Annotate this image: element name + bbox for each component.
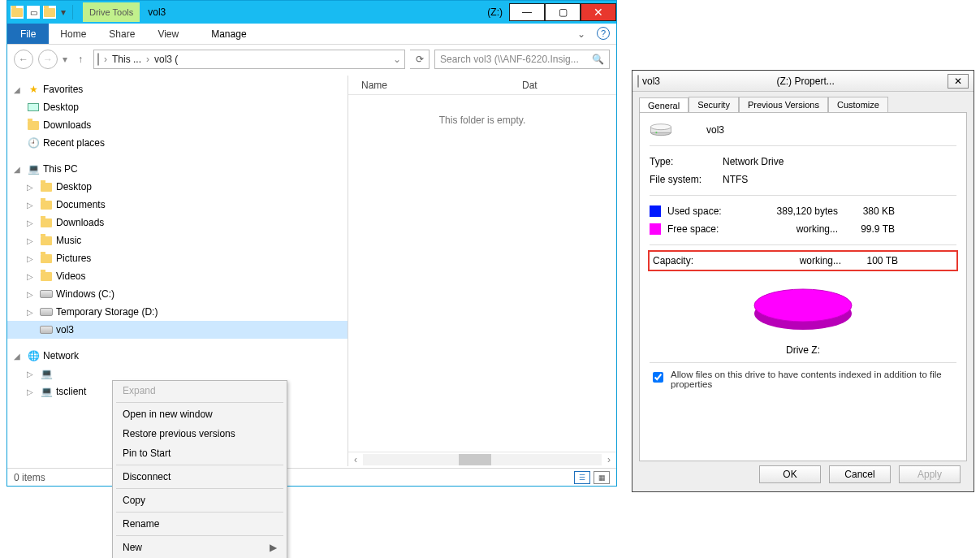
file-list-pane: Name Dat This folder is empty. ‹ › [348, 76, 616, 466]
file-explorer-window: ▭ ▾ Drive Tools vol3 (Z:) — ▢ ✕ File Hom… [6, 0, 617, 487]
ctx-rename[interactable]: Rename [113, 514, 287, 534]
col-name[interactable]: Name [348, 80, 509, 91]
address-bar[interactable]: › This ... › vol3 ( ⌄ [93, 50, 405, 69]
pc-icon: 💻 [27, 162, 40, 175]
tree-downloads[interactable]: Downloads [43, 119, 91, 131]
capacity-row: Capacity: working... 100 TB [650, 252, 956, 270]
tree-pc-desktop[interactable]: Desktop [56, 181, 92, 192]
maximize-button[interactable]: ▢ [545, 3, 581, 21]
up-button[interactable]: ↑ [72, 54, 89, 65]
used-human: 380 KB [838, 205, 895, 217]
share-tab[interactable]: Share [97, 24, 146, 44]
tab-security[interactable]: Security [689, 97, 739, 112]
props-titlebar: vol3 (Z:) Propert... ✕ [632, 71, 974, 92]
window-title: vol3 [148, 6, 166, 18]
col-date[interactable]: Dat [509, 80, 550, 91]
drive-tools-contextual-tab[interactable]: Drive Tools [83, 2, 140, 22]
ctx-copy[interactable]: Copy [113, 491, 287, 510]
tree-ddrive[interactable]: Temporary Storage (D:) [56, 306, 158, 318]
details-view-button[interactable]: ☰ [574, 471, 590, 484]
props-volume-name[interactable]: vol3 [706, 124, 724, 136]
tree-favorites[interactable]: Favorites [43, 84, 83, 95]
explorer-titlebar: ▭ ▾ Drive Tools vol3 (Z:) — ▢ ✕ [7, 1, 616, 24]
ok-button[interactable]: OK [759, 465, 821, 483]
indexing-checkbox-row[interactable]: Allow files on this drive to have conten… [650, 370, 956, 389]
drive-icon [40, 288, 53, 301]
used-bytes: 389,120 bytes [749, 205, 838, 217]
props-close-button[interactable]: ✕ [948, 74, 969, 89]
ctx-disconnect[interactable]: Disconnect [113, 467, 287, 487]
tab-customize[interactable]: Customize [828, 97, 888, 112]
properties-dialog: vol3 (Z:) Propert... ✕ General Security … [632, 70, 974, 492]
network-drive-icon [40, 323, 53, 336]
qat-dropdown-icon[interactable]: ▾ [59, 6, 67, 18]
scroll-left-icon[interactable]: ‹ [348, 454, 363, 465]
tree-tsclient[interactable]: tsclient [56, 386, 86, 397]
new-folder-qat-icon[interactable] [43, 6, 56, 19]
column-headers[interactable]: Name Dat [348, 76, 616, 95]
minimize-button[interactable]: — [509, 3, 545, 21]
back-button[interactable]: ← [14, 50, 33, 69]
apply-button[interactable]: Apply [899, 465, 961, 483]
search-box[interactable]: Search vol3 (\\ANF-6220.Insig... 🔍 [434, 50, 610, 69]
tree-cdrive[interactable]: Windows (C:) [56, 288, 114, 300]
indexing-label: Allow files on this drive to have conten… [671, 370, 956, 389]
recent-locations-icon[interactable]: ▾ [63, 54, 67, 65]
icons-view-button[interactable]: ▦ [594, 471, 610, 484]
drive-icon [40, 305, 53, 318]
tab-previous-versions[interactable]: Previous Versions [739, 97, 828, 112]
horizontal-scrollbar[interactable]: ‹ › [348, 452, 616, 466]
folder-icon [40, 234, 53, 247]
pc-icon: 💻 [40, 367, 53, 380]
tree-documents[interactable]: Documents [56, 199, 106, 210]
tree-videos[interactable]: Videos [56, 270, 85, 282]
ctx-restore-previous[interactable]: Restore previous versions [113, 424, 287, 443]
home-tab[interactable]: Home [49, 24, 97, 44]
tree-pictures[interactable]: Pictures [56, 253, 91, 264]
indexing-checkbox[interactable] [653, 372, 663, 383]
folder-icon [11, 6, 24, 19]
used-label: Used space: [667, 205, 749, 217]
network-icon: 🌐 [27, 349, 40, 362]
manage-tab[interactable]: Manage [200, 24, 257, 44]
tree-vol3[interactable]: vol3 [56, 324, 74, 335]
tree-network[interactable]: Network [43, 350, 79, 361]
close-button[interactable]: ✕ [581, 3, 616, 21]
tree-pc-downloads[interactable]: Downloads [56, 217, 104, 228]
breadcrumb-vol3[interactable]: vol3 ( [154, 54, 178, 65]
folder-icon [40, 252, 53, 265]
file-tab[interactable]: File [7, 24, 49, 44]
props-general-panel: vol3 Type:Network Drive File system:NTFS… [639, 112, 967, 461]
cancel-button[interactable]: Cancel [829, 465, 891, 483]
address-dropdown-icon[interactable]: ⌄ [393, 54, 401, 65]
tree-music[interactable]: Music [56, 235, 81, 246]
scroll-right-icon[interactable]: › [602, 454, 616, 465]
view-tab[interactable]: View [146, 24, 190, 44]
capacity-pie-chart [650, 275, 956, 340]
svg-point-3 [655, 132, 657, 133]
dialog-buttons: OK Cancel Apply [759, 465, 961, 483]
used-color-swatch [650, 205, 661, 217]
ribbon-collapse-icon[interactable]: ⌄ [572, 24, 590, 44]
drive-large-icon [650, 121, 706, 140]
scroll-thumb[interactable] [459, 454, 491, 465]
ctx-new[interactable]: New▶ [113, 538, 287, 557]
ribbon-tabs: File Home Share View Manage ⌄ ? [7, 24, 616, 45]
tree-desktop[interactable]: Desktop [43, 102, 79, 113]
props-tabs: General Security Previous Versions Custo… [632, 92, 974, 112]
refresh-button[interactable]: ⟳ [410, 50, 430, 69]
ctx-pin-start[interactable]: Pin to Start [113, 443, 287, 463]
status-bar: 0 items ☰ ▦ [7, 468, 616, 486]
forward-button[interactable]: → [38, 50, 58, 69]
search-placeholder: Search vol3 (\\ANF-6220.Insig... [440, 54, 579, 65]
breadcrumb-thispc[interactable]: This ... [112, 54, 141, 65]
tree-recent[interactable]: Recent places [43, 137, 105, 149]
tree-thispc[interactable]: This PC [43, 163, 78, 175]
capacity-human: 100 TB [841, 255, 898, 266]
fs-label: File system: [650, 174, 723, 185]
help-icon[interactable]: ? [597, 27, 610, 40]
ctx-open-new-window[interactable]: Open in new window [113, 404, 287, 424]
navigation-bar: ← → ▾ ↑ › This ... › vol3 ( ⌄ ⟳ Search v… [7, 45, 616, 74]
tab-general[interactable]: General [639, 97, 689, 113]
properties-qat-icon[interactable]: ▭ [27, 6, 40, 19]
